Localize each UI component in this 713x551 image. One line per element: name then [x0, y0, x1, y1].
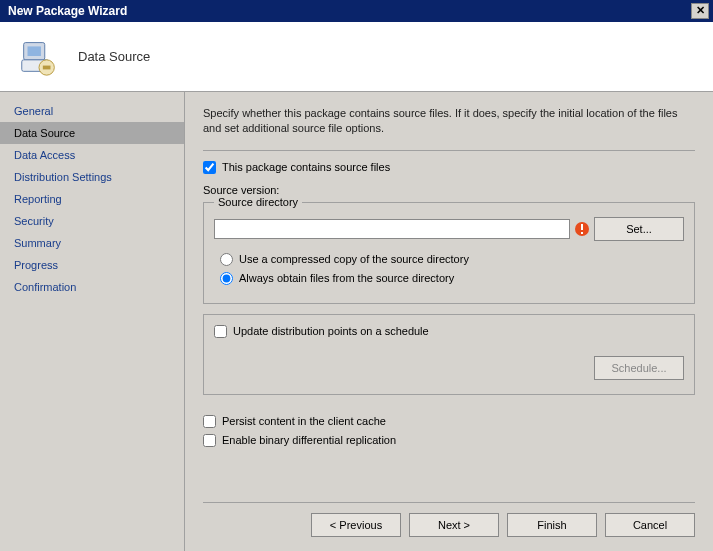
contains-source-label: This package contains source files [222, 161, 390, 173]
close-button[interactable]: ✕ [691, 3, 709, 19]
wizard-button-bar: < Previous Next > Finish Cancel [203, 502, 695, 537]
svg-rect-4 [43, 65, 51, 69]
update-dp-checkbox[interactable] [214, 325, 227, 338]
update-dp-group: Update distribution points on a schedule… [203, 314, 695, 395]
sidebar: General Data Source Data Access Distribu… [0, 92, 185, 551]
svg-rect-1 [28, 46, 41, 56]
binary-diff-checkbox[interactable] [203, 434, 216, 447]
update-dp-label: Update distribution points on a schedule [233, 325, 429, 337]
always-obtain-radio[interactable] [220, 272, 233, 285]
source-version-label: Source version: [203, 184, 695, 196]
compressed-label: Use a compressed copy of the source dire… [239, 253, 469, 265]
wizard-header: Data Source [0, 22, 713, 92]
sidebar-item-general[interactable]: General [0, 100, 184, 122]
package-icon [16, 33, 62, 81]
sidebar-item-reporting[interactable]: Reporting [0, 188, 184, 210]
set-button[interactable]: Set... [594, 217, 684, 241]
persist-cache-label: Persist content in the client cache [222, 415, 386, 427]
finish-button[interactable]: Finish [507, 513, 597, 537]
sidebar-item-distribution-settings[interactable]: Distribution Settings [0, 166, 184, 188]
svg-rect-7 [581, 232, 583, 234]
sidebar-item-summary[interactable]: Summary [0, 232, 184, 254]
separator [203, 150, 695, 151]
title-text: New Package Wizard [8, 0, 127, 22]
svg-rect-6 [581, 224, 583, 230]
sidebar-item-data-source[interactable]: Data Source [0, 122, 184, 144]
sidebar-item-confirmation[interactable]: Confirmation [0, 276, 184, 298]
always-obtain-label: Always obtain files from the source dire… [239, 272, 454, 284]
source-directory-input[interactable] [214, 219, 570, 239]
previous-button[interactable]: < Previous [311, 513, 401, 537]
source-directory-group: Source directory Set... Use a compressed… [203, 202, 695, 304]
next-button[interactable]: Next > [409, 513, 499, 537]
persist-cache-checkbox[interactable] [203, 415, 216, 428]
source-directory-legend: Source directory [214, 196, 302, 208]
schedule-button: Schedule... [594, 356, 684, 380]
cancel-button[interactable]: Cancel [605, 513, 695, 537]
main-panel: Specify whether this package contains so… [185, 92, 713, 551]
compressed-radio[interactable] [220, 253, 233, 266]
sidebar-item-progress[interactable]: Progress [0, 254, 184, 276]
sidebar-item-data-access[interactable]: Data Access [0, 144, 184, 166]
titlebar: New Package Wizard ✕ [0, 0, 713, 22]
contains-source-checkbox[interactable] [203, 161, 216, 174]
intro-text: Specify whether this package contains so… [203, 106, 695, 136]
warning-icon [574, 221, 590, 237]
header-title: Data Source [78, 49, 150, 64]
sidebar-item-security[interactable]: Security [0, 210, 184, 232]
binary-diff-label: Enable binary differential replication [222, 434, 396, 446]
